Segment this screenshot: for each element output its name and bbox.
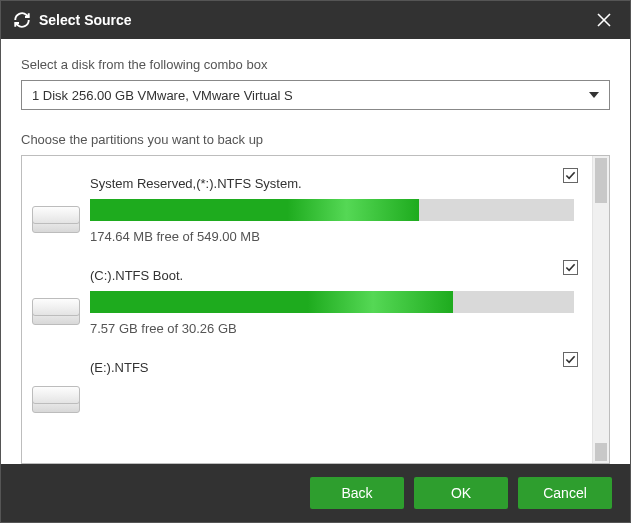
partition-free-text: 7.57 GB free of 30.26 GB bbox=[90, 321, 574, 336]
partition-item: (C:).NTFS Boot. 7.57 GB free of 30.26 GB bbox=[32, 254, 578, 346]
scrollbar-down-stub[interactable] bbox=[595, 443, 607, 461]
partition-checkbox[interactable] bbox=[563, 260, 578, 275]
partition-usage-bar bbox=[90, 199, 574, 221]
partition-free-text: 174.64 MB free of 549.00 MB bbox=[90, 229, 574, 244]
partition-name: (E:).NTFS bbox=[90, 360, 574, 375]
ok-button[interactable]: OK bbox=[414, 477, 508, 509]
partition-item: System Reserved,(*:).NTFS System. 174.64… bbox=[32, 162, 578, 254]
partition-checkbox[interactable] bbox=[563, 168, 578, 183]
scrollbar[interactable] bbox=[592, 156, 609, 463]
scrollbar-thumb[interactable] bbox=[595, 158, 607, 203]
dialog-footer: Back OK Cancel bbox=[1, 464, 630, 522]
disk-select-label: Select a disk from the following combo b… bbox=[21, 57, 610, 72]
disk-drive-icon bbox=[32, 202, 80, 238]
partition-name: (C:).NTFS Boot. bbox=[90, 268, 574, 283]
partition-list-container: System Reserved,(*:).NTFS System. 174.64… bbox=[21, 155, 610, 464]
partition-usage-fill bbox=[90, 199, 419, 221]
partition-checkbox[interactable] bbox=[563, 352, 578, 367]
disk-drive-icon bbox=[32, 294, 80, 330]
dialog-title: Select Source bbox=[39, 12, 590, 28]
back-button[interactable]: Back bbox=[310, 477, 404, 509]
partitions-label: Choose the partitions you want to back u… bbox=[21, 132, 610, 147]
partition-name: System Reserved,(*:).NTFS System. bbox=[90, 176, 574, 191]
titlebar: Select Source bbox=[1, 1, 630, 39]
chevron-down-icon bbox=[589, 92, 599, 98]
disk-combo-selected: 1 Disk 256.00 GB VMware, VMware Virtual … bbox=[32, 88, 589, 103]
disk-combo[interactable]: 1 Disk 256.00 GB VMware, VMware Virtual … bbox=[21, 80, 610, 110]
partition-usage-fill bbox=[90, 291, 453, 313]
partition-usage-bar bbox=[90, 291, 574, 313]
refresh-arrows-icon bbox=[13, 11, 31, 29]
close-button[interactable] bbox=[590, 6, 618, 34]
partition-list: System Reserved,(*:).NTFS System. 174.64… bbox=[22, 156, 592, 463]
partition-item: (E:).NTFS bbox=[32, 346, 578, 418]
cancel-button[interactable]: Cancel bbox=[518, 477, 612, 509]
dialog-content: Select a disk from the following combo b… bbox=[1, 39, 630, 464]
disk-drive-icon bbox=[32, 382, 80, 418]
